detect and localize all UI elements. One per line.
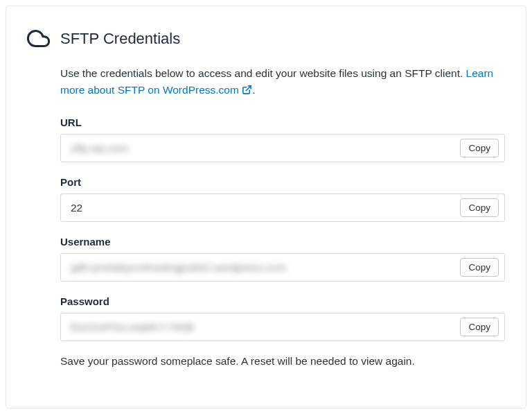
port-label: Port [60, 176, 505, 188]
footer-note: Save your password someplace safe. A res… [60, 355, 505, 368]
card-content: Use the credentials below to access and … [60, 65, 505, 368]
card-header: SFTP Credentials [27, 27, 505, 50]
password-copy-button[interactable]: Copy [460, 318, 499, 336]
external-link-icon [242, 83, 252, 100]
description-prefix: Use the credentials below to access and … [60, 67, 466, 79]
cloud-icon [27, 27, 50, 50]
url-value[interactable]: sftp.wp.com [71, 142, 460, 155]
url-field-group: URL sftp.wp.com Copy [60, 117, 505, 162]
description-period: . [252, 84, 255, 96]
password-field-row: Ea1GsPOcLwabR.f-7W)B Copy [60, 313, 505, 341]
username-value[interactable]: gdh-pnetabyronhostingpub02.wordpress.com [71, 261, 460, 274]
username-copy-button[interactable]: Copy [460, 258, 499, 277]
description-text: Use the credentials below to access and … [60, 65, 505, 100]
port-field-row: 22 Copy [60, 193, 505, 222]
url-copy-button[interactable]: Copy [460, 139, 499, 157]
port-copy-button[interactable]: Copy [460, 198, 499, 217]
username-field-row: gdh-pnetabyronhostingpub02.wordpress.com… [60, 253, 505, 282]
sftp-credentials-card: SFTP Credentials Use the credentials bel… [6, 6, 526, 408]
username-field-group: Username gdh-pnetabyronhostingpub02.word… [60, 236, 505, 282]
password-field-group: Password Ea1GsPOcLwabR.f-7W)B Copy [60, 295, 505, 341]
url-label: URL [60, 117, 505, 128]
password-label: Password [60, 295, 505, 307]
port-field-group: Port 22 Copy [60, 176, 505, 222]
password-value[interactable]: Ea1GsPOcLwabR.f-7W)B [71, 321, 460, 334]
port-value[interactable]: 22 [71, 202, 460, 214]
section-title: SFTP Credentials [60, 30, 180, 48]
username-label: Username [60, 236, 505, 248]
svg-line-0 [246, 86, 251, 91]
url-field-row: sftp.wp.com Copy [60, 134, 505, 162]
